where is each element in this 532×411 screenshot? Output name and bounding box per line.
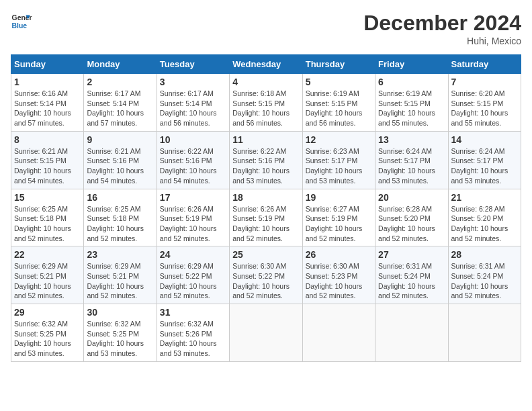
day-number: 22 xyxy=(14,249,81,260)
col-wednesday: Wednesday xyxy=(230,55,302,74)
table-row: 17Sunrise: 6:26 AM Sunset: 5:19 PM Dayli… xyxy=(157,189,229,246)
day-info: Sunrise: 6:21 AM Sunset: 5:15 PM Dayligh… xyxy=(14,146,81,186)
day-info: Sunrise: 6:26 AM Sunset: 5:19 PM Dayligh… xyxy=(160,204,226,244)
day-info: Sunrise: 6:16 AM Sunset: 5:14 PM Dayligh… xyxy=(14,89,81,128)
day-info: Sunrise: 6:29 AM Sunset: 5:21 PM Dayligh… xyxy=(14,261,81,301)
day-info: Sunrise: 6:31 AM Sunset: 5:24 PM Dayligh… xyxy=(378,261,445,301)
table-row: 15Sunrise: 6:25 AM Sunset: 5:18 PM Dayli… xyxy=(11,189,84,246)
day-number: 27 xyxy=(378,249,445,260)
day-info: Sunrise: 6:32 AM Sunset: 5:25 PM Dayligh… xyxy=(87,319,153,359)
table-row xyxy=(302,304,375,362)
table-row: 3Sunrise: 6:17 AM Sunset: 5:14 PM Daylig… xyxy=(157,74,229,132)
table-row: 5Sunrise: 6:19 AM Sunset: 5:15 PM Daylig… xyxy=(302,74,375,132)
month-title: December 2024 xyxy=(363,11,521,36)
day-number: 8 xyxy=(14,134,81,145)
calendar-header-row: Sunday Monday Tuesday Wednesday Thursday… xyxy=(11,55,521,74)
table-row: 28Sunrise: 6:31 AM Sunset: 5:24 PM Dayli… xyxy=(448,246,521,304)
table-row xyxy=(448,304,521,362)
table-row: 4Sunrise: 6:18 AM Sunset: 5:15 PM Daylig… xyxy=(230,74,302,132)
table-row: 2Sunrise: 6:17 AM Sunset: 5:14 PM Daylig… xyxy=(84,74,157,132)
table-row: 8Sunrise: 6:21 AM Sunset: 5:15 PM Daylig… xyxy=(11,131,84,189)
calendar-week-row: 29Sunrise: 6:32 AM Sunset: 5:25 PM Dayli… xyxy=(11,304,521,362)
table-row: 20Sunrise: 6:28 AM Sunset: 5:20 PM Dayli… xyxy=(375,189,448,246)
calendar-week-row: 15Sunrise: 6:25 AM Sunset: 5:18 PM Dayli… xyxy=(11,189,521,246)
table-row: 10Sunrise: 6:22 AM Sunset: 5:16 PM Dayli… xyxy=(157,131,229,189)
table-row: 31Sunrise: 6:32 AM Sunset: 5:26 PM Dayli… xyxy=(157,304,229,362)
page-header: General Blue December 2024 Huhi, Mexico xyxy=(11,11,521,46)
day-number: 20 xyxy=(378,192,445,203)
table-row: 27Sunrise: 6:31 AM Sunset: 5:24 PM Dayli… xyxy=(375,246,448,304)
table-row xyxy=(230,304,302,362)
day-number: 21 xyxy=(451,192,518,203)
table-row: 21Sunrise: 6:28 AM Sunset: 5:20 PM Dayli… xyxy=(448,189,521,246)
day-info: Sunrise: 6:28 AM Sunset: 5:20 PM Dayligh… xyxy=(451,204,518,244)
day-info: Sunrise: 6:25 AM Sunset: 5:18 PM Dayligh… xyxy=(87,204,153,244)
table-row: 12Sunrise: 6:23 AM Sunset: 5:17 PM Dayli… xyxy=(302,131,375,189)
logo-icon: General Blue xyxy=(11,11,32,32)
col-monday: Monday xyxy=(84,55,157,74)
day-number: 31 xyxy=(160,307,226,318)
day-info: Sunrise: 6:32 AM Sunset: 5:25 PM Dayligh… xyxy=(14,319,81,359)
table-row: 30Sunrise: 6:32 AM Sunset: 5:25 PM Dayli… xyxy=(84,304,157,362)
day-number: 29 xyxy=(14,307,81,318)
calendar-table: Sunday Monday Tuesday Wednesday Thursday… xyxy=(11,54,521,362)
table-row: 22Sunrise: 6:29 AM Sunset: 5:21 PM Dayli… xyxy=(11,246,84,304)
day-number: 12 xyxy=(306,134,372,145)
day-number: 1 xyxy=(14,77,81,87)
day-info: Sunrise: 6:19 AM Sunset: 5:15 PM Dayligh… xyxy=(378,89,445,128)
day-number: 14 xyxy=(451,134,518,145)
day-number: 19 xyxy=(306,192,372,203)
table-row: 9Sunrise: 6:21 AM Sunset: 5:16 PM Daylig… xyxy=(84,131,157,189)
location: Huhi, Mexico xyxy=(363,36,521,46)
day-info: Sunrise: 6:24 AM Sunset: 5:17 PM Dayligh… xyxy=(378,146,445,186)
table-row: 23Sunrise: 6:29 AM Sunset: 5:21 PM Dayli… xyxy=(84,246,157,304)
day-info: Sunrise: 6:23 AM Sunset: 5:17 PM Dayligh… xyxy=(306,146,372,186)
title-area: December 2024 Huhi, Mexico xyxy=(363,11,521,46)
day-info: Sunrise: 6:26 AM Sunset: 5:19 PM Dayligh… xyxy=(232,204,299,244)
col-tuesday: Tuesday xyxy=(157,55,229,74)
calendar-week-row: 8Sunrise: 6:21 AM Sunset: 5:15 PM Daylig… xyxy=(11,131,521,189)
day-info: Sunrise: 6:29 AM Sunset: 5:22 PM Dayligh… xyxy=(160,261,226,301)
table-row: 7Sunrise: 6:20 AM Sunset: 5:15 PM Daylig… xyxy=(448,74,521,132)
day-number: 11 xyxy=(232,134,299,145)
day-info: Sunrise: 6:28 AM Sunset: 5:20 PM Dayligh… xyxy=(378,204,445,244)
table-row: 6Sunrise: 6:19 AM Sunset: 5:15 PM Daylig… xyxy=(375,74,448,132)
day-number: 4 xyxy=(232,77,299,87)
day-info: Sunrise: 6:22 AM Sunset: 5:16 PM Dayligh… xyxy=(232,146,299,186)
day-info: Sunrise: 6:30 AM Sunset: 5:23 PM Dayligh… xyxy=(306,261,372,301)
day-info: Sunrise: 6:25 AM Sunset: 5:18 PM Dayligh… xyxy=(14,204,81,244)
logo: General Blue xyxy=(11,11,35,32)
table-row: 24Sunrise: 6:29 AM Sunset: 5:22 PM Dayli… xyxy=(157,246,229,304)
table-row: 16Sunrise: 6:25 AM Sunset: 5:18 PM Dayli… xyxy=(84,189,157,246)
day-number: 13 xyxy=(378,134,445,145)
day-number: 10 xyxy=(160,134,226,145)
table-row: 18Sunrise: 6:26 AM Sunset: 5:19 PM Dayli… xyxy=(230,189,302,246)
day-info: Sunrise: 6:17 AM Sunset: 5:14 PM Dayligh… xyxy=(87,89,153,128)
day-info: Sunrise: 6:31 AM Sunset: 5:24 PM Dayligh… xyxy=(451,261,518,301)
day-info: Sunrise: 6:18 AM Sunset: 5:15 PM Dayligh… xyxy=(232,89,299,128)
day-info: Sunrise: 6:27 AM Sunset: 5:19 PM Dayligh… xyxy=(306,204,372,244)
calendar-week-row: 1Sunrise: 6:16 AM Sunset: 5:14 PM Daylig… xyxy=(11,74,521,132)
table-row: 14Sunrise: 6:24 AM Sunset: 5:17 PM Dayli… xyxy=(448,131,521,189)
day-number: 16 xyxy=(87,192,153,203)
day-number: 30 xyxy=(87,307,153,318)
table-row: 25Sunrise: 6:30 AM Sunset: 5:22 PM Dayli… xyxy=(230,246,302,304)
day-info: Sunrise: 6:22 AM Sunset: 5:16 PM Dayligh… xyxy=(160,146,226,186)
day-number: 9 xyxy=(87,134,153,145)
day-number: 7 xyxy=(451,77,518,87)
day-info: Sunrise: 6:24 AM Sunset: 5:17 PM Dayligh… xyxy=(451,146,518,186)
day-number: 17 xyxy=(160,192,226,203)
col-friday: Friday xyxy=(375,55,448,74)
day-info: Sunrise: 6:17 AM Sunset: 5:14 PM Dayligh… xyxy=(160,89,226,128)
day-info: Sunrise: 6:19 AM Sunset: 5:15 PM Dayligh… xyxy=(306,89,372,128)
col-sunday: Sunday xyxy=(11,55,84,74)
calendar-week-row: 22Sunrise: 6:29 AM Sunset: 5:21 PM Dayli… xyxy=(11,246,521,304)
day-info: Sunrise: 6:32 AM Sunset: 5:26 PM Dayligh… xyxy=(160,319,226,359)
day-number: 3 xyxy=(160,77,226,87)
day-number: 18 xyxy=(232,192,299,203)
col-saturday: Saturday xyxy=(448,55,521,74)
day-number: 6 xyxy=(378,77,445,87)
table-row: 26Sunrise: 6:30 AM Sunset: 5:23 PM Dayli… xyxy=(302,246,375,304)
day-number: 25 xyxy=(232,249,299,260)
day-info: Sunrise: 6:20 AM Sunset: 5:15 PM Dayligh… xyxy=(451,89,518,128)
